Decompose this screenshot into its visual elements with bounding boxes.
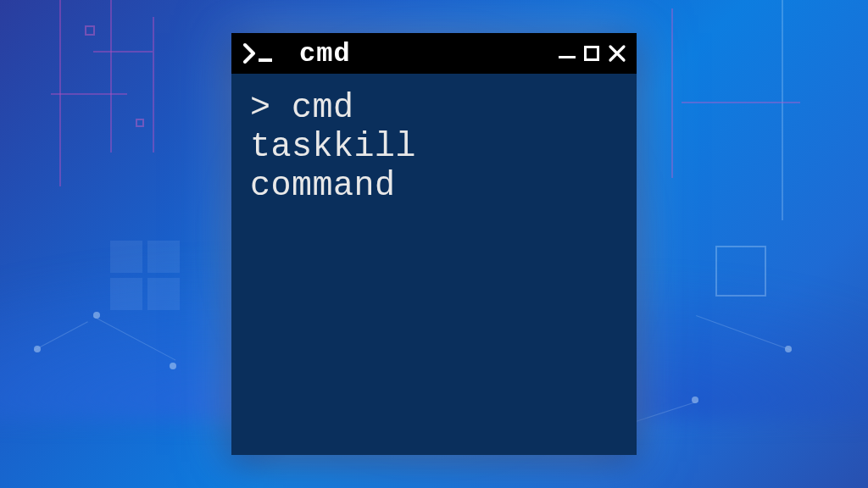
titlebar[interactable]: cmd [231,33,637,74]
terminal-line-1: > cmd [250,89,618,128]
svg-rect-0 [259,58,272,62]
prompt-symbol: > [250,89,271,127]
close-icon [608,44,626,63]
close-button[interactable] [608,44,626,63]
terminal-window: cmd > cmd taskkill command [231,33,637,455]
maximize-icon [584,46,599,61]
window-title: cmd [299,38,550,69]
minimize-icon [559,56,576,58]
terminal-line-2: taskkill [250,128,618,167]
minimize-button[interactable] [559,49,576,58]
terminal-text: cmd [292,89,354,127]
maximize-button[interactable] [584,46,599,61]
terminal-body[interactable]: > cmd taskkill command [231,74,637,455]
prompt-icon [243,42,291,65]
window-controls [559,44,626,63]
terminal-line-3: command [250,167,618,206]
